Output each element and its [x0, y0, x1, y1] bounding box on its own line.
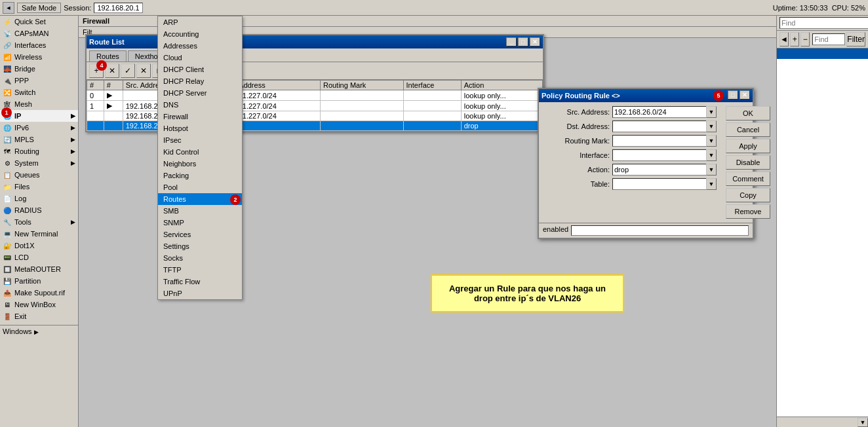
remove-button[interactable]: ✕ — [105, 64, 119, 78]
table-input[interactable] — [612, 178, 706, 190]
windows-section[interactable]: Windows ▶ — [0, 325, 78, 337]
remove-button[interactable]: Remove — [726, 204, 770, 219]
routing-icon: 🗺 — [3, 147, 12, 156]
routing-mark-dropdown-btn[interactable]: ▼ — [706, 135, 717, 147]
find-input[interactable] — [779, 17, 868, 29]
back-icon[interactable]: ◄ — [3, 2, 14, 14]
sidebar-item-radius[interactable]: 🔵 RADIUS — [0, 204, 78, 216]
sidebar-item-ip[interactable]: 🌐 IP ▶ 1 — [0, 110, 78, 122]
table-row[interactable]: 192.168.20.90 172.31.227.0/24 lookup onl… — [87, 111, 543, 121]
ip-submenu-ipsec[interactable]: IPsec — [158, 134, 242, 146]
ip-submenu-hotspot[interactable]: Hotspot — [158, 122, 242, 134]
ip-submenu-cloud[interactable]: Cloud — [158, 52, 242, 64]
sidebar-item-bridge[interactable]: 🌉 Bridge — [0, 63, 78, 75]
table-row[interactable]: 1 ▶ 192.168.20.90 172.31.227.0/24 lookup… — [87, 101, 543, 111]
sidebar-item-routing[interactable]: 🗺 Routing ▶ — [0, 145, 78, 157]
ip-submenu-addresses[interactable]: Addresses — [158, 40, 242, 52]
sidebar-item-mpls[interactable]: 🔄 MPLS ▶ — [0, 134, 78, 145]
sidebar-item-queues[interactable]: 📋 Queues — [0, 169, 78, 181]
ip-submenu-services[interactable]: Services — [158, 229, 242, 240]
minimize-button[interactable]: _ — [506, 37, 517, 46]
ip-submenu-neighbors[interactable]: Neighbors — [158, 158, 242, 170]
ip-submenu-pool[interactable]: Pool — [158, 181, 242, 193]
ip-submenu-kid-control[interactable]: Kid Control — [158, 146, 242, 158]
ip-submenu-dhcp-client[interactable]: DHCP Client — [158, 64, 242, 75]
ip-submenu-tftp[interactable]: TFTP — [158, 264, 242, 276]
sidebar-item-lcd[interactable]: 📟 LCD — [0, 251, 78, 263]
sidebar-item-new-winbox[interactable]: 🖥 New WinBox — [0, 299, 78, 310]
safe-mode-button[interactable]: Safe Mode — [17, 3, 61, 13]
sidebar-item-capsman[interactable]: 📡 CAPsMAN — [0, 28, 78, 39]
tab-routes[interactable]: Routes — [89, 50, 127, 62]
route-list-tabs: Routes Nexthops Rules 3 VRF — [87, 48, 543, 62]
sidebar-item-system[interactable]: ⚙ System ▶ — [0, 157, 78, 169]
ip-submenu-accounting[interactable]: Accounting — [158, 28, 242, 40]
wireless-icon: 📶 — [3, 52, 12, 62]
ip-submenu-socks[interactable]: Socks — [158, 252, 242, 264]
table-row-selected[interactable]: 192.168.26.0/24 drop — [87, 121, 543, 131]
disable-button[interactable]: ✕ — [136, 64, 151, 78]
sidebar-item-ipv6[interactable]: 🌐 IPv6 ▶ — [0, 122, 78, 134]
right-filter-button[interactable]: Filter — [846, 32, 865, 46]
action-input[interactable] — [612, 164, 706, 176]
src-address-field: ▼ — [612, 106, 717, 118]
table-dropdown-btn[interactable]: ▼ — [706, 178, 717, 190]
sidebar-item-interfaces[interactable]: 🔗 Interfaces — [0, 39, 78, 51]
sidebar-item-quick-set[interactable]: ⚡ Quick Set — [0, 16, 78, 28]
close-button[interactable]: ✕ — [530, 37, 540, 46]
ip-submenu-dhcp-relay[interactable]: DHCP Relay — [158, 75, 242, 87]
ip-submenu-dhcp-server[interactable]: DHCP Server — [158, 87, 242, 99]
ip-submenu-upnp[interactable]: UPnP — [158, 288, 242, 299]
ok-button[interactable]: OK — [726, 106, 770, 121]
sidebar-item-ppp[interactable]: 🔌 PPP — [0, 75, 78, 86]
routing-mark-input[interactable] — [612, 135, 706, 147]
copy-button[interactable]: Copy — [726, 188, 770, 202]
action-dropdown-btn[interactable]: ▼ — [706, 164, 717, 176]
interface-input[interactable] — [612, 149, 706, 161]
dst-address-input[interactable] — [612, 121, 706, 132]
ip-submenu-smb[interactable]: SMB — [158, 205, 242, 217]
src-address-dropdown-btn[interactable]: ▼ — [706, 106, 717, 118]
sidebar-item-mesh[interactable]: 🕸 Mesh — [0, 98, 78, 110]
table-row[interactable]: 0 ▶ 172.31.227.0/24 lookup only... — [87, 90, 543, 101]
comment-button[interactable]: Comment — [726, 172, 770, 186]
ip-submenu-firewall[interactable]: Firewall — [158, 111, 242, 122]
ip-submenu-traffic-flow[interactable]: Traffic Flow — [158, 276, 242, 288]
sidebar-item-switch[interactable]: 🔀 Switch — [0, 86, 78, 98]
ip-submenu-routes[interactable]: Routes 2 — [158, 193, 242, 205]
enable-button[interactable]: ✓ — [121, 64, 135, 78]
dialog-close-button[interactable]: ✕ — [740, 90, 750, 100]
sidebar-item-make-supout[interactable]: 📤 Make Supout.rif — [0, 287, 78, 299]
dst-address-dropdown-btn[interactable]: ▼ — [706, 121, 717, 132]
interface-dropdown-btn[interactable]: ▼ — [706, 149, 717, 161]
right-back-button[interactable]: ◄ — [779, 32, 789, 46]
sidebar-item-wireless[interactable]: 📶 Wireless — [0, 51, 78, 63]
sidebar-item-dot1x[interactable]: 🔐 Dot1X — [0, 240, 78, 251]
cancel-button[interactable]: Cancel — [726, 122, 770, 137]
sidebar-item-exit[interactable]: 🚪 Exit — [0, 310, 78, 322]
maximize-button[interactable]: □ — [518, 37, 528, 46]
sidebar-item-log[interactable]: 📄 Log — [0, 193, 78, 204]
sidebar-item-tools[interactable]: 🔧 Tools ▶ — [0, 216, 78, 228]
ip-submenu-arp[interactable]: ARP — [158, 16, 242, 28]
sidebar-item-files[interactable]: 📁 Files — [0, 181, 78, 193]
dialog-maximize-button[interactable]: □ — [728, 90, 738, 100]
right-scroll-down-btn[interactable]: ▼ — [858, 418, 868, 427]
sidebar-item-new-terminal[interactable]: 💻 New Terminal — [0, 228, 78, 240]
interfaces-icon: 🔗 — [3, 41, 12, 50]
add-button[interactable]: + 4 — [89, 64, 104, 78]
ip-submenu-packing[interactable]: Packing — [158, 170, 242, 181]
right-find-input[interactable] — [812, 33, 845, 45]
ip-submenu-settings[interactable]: Settings — [158, 240, 242, 252]
supout-icon: 📤 — [3, 288, 12, 297]
right-scroll-top[interactable] — [777, 48, 868, 59]
ip-submenu-snmp[interactable]: SNMP — [158, 217, 242, 229]
sidebar-item-partition[interactable]: 💾 Partition — [0, 275, 78, 287]
disable-button[interactable]: Disable — [726, 155, 770, 170]
ip-submenu-dns[interactable]: DNS — [158, 99, 242, 111]
sidebar-item-metarouter[interactable]: 🔲 MetaROUTER — [0, 263, 78, 275]
apply-button[interactable]: Apply — [726, 139, 770, 153]
right-remove-button[interactable]: − — [800, 32, 810, 46]
src-address-input[interactable] — [612, 106, 706, 118]
right-add-button[interactable]: + — [790, 32, 799, 46]
